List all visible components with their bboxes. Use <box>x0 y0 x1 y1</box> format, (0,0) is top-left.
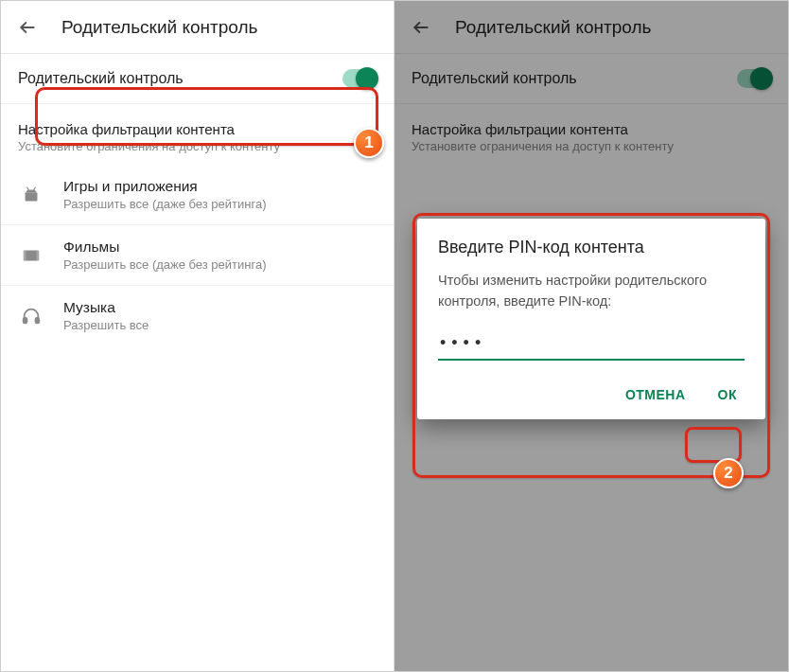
toggle-switch-icon[interactable] <box>342 69 377 88</box>
back-icon[interactable] <box>16 16 39 39</box>
item-movies-title: Фильмы <box>63 239 267 256</box>
parental-toggle-label: Родительский контроль <box>18 70 184 87</box>
svg-rect-8 <box>37 250 40 260</box>
item-movies-sub: Разрешить все (даже без рейтинга) <box>63 257 267 272</box>
ok-button[interactable]: ОК <box>710 380 745 410</box>
cancel-button[interactable]: ОТМЕНА <box>618 380 693 410</box>
svg-line-4 <box>26 186 28 189</box>
svg-rect-9 <box>24 317 27 323</box>
item-music-sub: Разрешить все <box>63 318 149 332</box>
svg-rect-10 <box>36 317 40 323</box>
filter-subtitle: Установите ограничения на доступ к конте… <box>18 139 377 153</box>
dialog-body: Чтобы изменить настройки родительского к… <box>438 271 745 312</box>
filter-section: Настройка фильтрации контента Установите… <box>1 104 394 165</box>
svg-rect-1 <box>26 192 38 201</box>
item-music-title: Музыка <box>63 299 149 316</box>
left-screen: Родительский контроль Родительский контр… <box>1 1 394 671</box>
svg-line-5 <box>34 186 36 189</box>
filter-title: Настройка фильтрации контента <box>18 121 377 137</box>
headphones-icon <box>18 306 44 327</box>
header: Родительский контроль <box>1 1 394 54</box>
item-movies[interactable]: Фильмы Разрешить все (даже без рейтинга) <box>1 225 394 286</box>
page-title: Родительский контроль <box>61 17 257 38</box>
android-icon <box>18 185 44 205</box>
pin-input[interactable] <box>438 329 745 361</box>
right-screen: Родительский контроль Родительский контр… <box>394 1 788 671</box>
pin-dialog: Введите PIN-код контента Чтобы изменить … <box>417 219 765 419</box>
dialog-actions: ОТМЕНА ОК <box>438 380 745 410</box>
svg-rect-7 <box>24 250 26 260</box>
item-games-sub: Разрешить все (даже без рейтинга) <box>63 197 267 211</box>
movie-icon <box>18 245 44 266</box>
parental-toggle-row[interactable]: Родительский контроль <box>1 54 394 104</box>
dialog-title: Введите PIN-код контента <box>438 238 745 257</box>
item-games[interactable]: Игры и приложения Разрешить все (даже бе… <box>1 165 394 225</box>
item-music[interactable]: Музыка Разрешить все <box>1 286 394 345</box>
item-games-title: Игры и приложения <box>63 178 267 195</box>
